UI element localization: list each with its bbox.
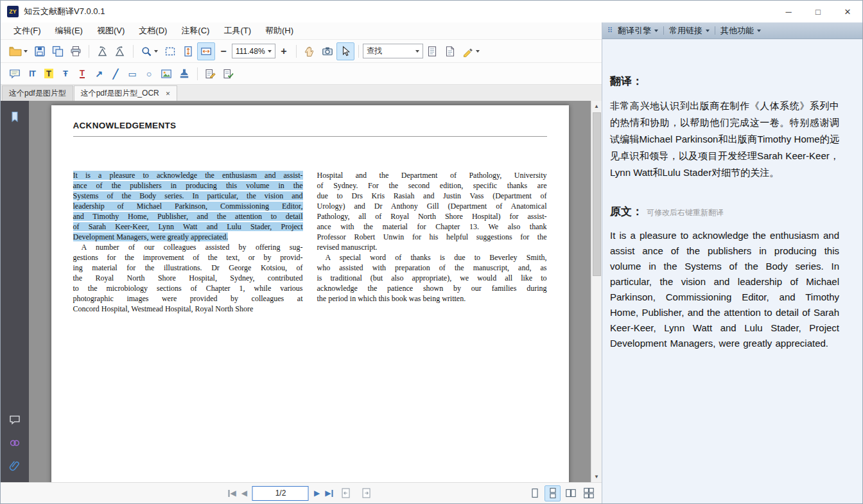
select-tool-button[interactable]	[336, 42, 354, 60]
menu-annotation[interactable]: 注释(C)	[175, 23, 216, 39]
menu-other-functions[interactable]: 其他功能	[719, 25, 762, 37]
menu-view[interactable]: 视图(V)	[91, 23, 131, 39]
stamp-button[interactable]	[175, 65, 193, 83]
rotate-left-button[interactable]	[93, 42, 111, 60]
pdf-text-line: revised manuscript.	[317, 242, 547, 252]
document-list-icon	[426, 46, 438, 57]
nav-bar-glyph	[229, 490, 230, 497]
single-page-layout-button[interactable]	[527, 485, 543, 501]
menu-document[interactable]: 文档(D)	[132, 23, 173, 39]
menu-translation-engine[interactable]: 翻译引擎	[616, 25, 659, 37]
paperclip-icon	[9, 460, 21, 472]
magnifier-icon	[141, 46, 152, 57]
image-stamp-button[interactable]	[157, 65, 175, 83]
menu-tools[interactable]: 工具(T)	[217, 23, 257, 39]
bookmarks-button[interactable]	[5, 107, 24, 126]
scroll-up-icon[interactable]: ▲	[591, 101, 602, 112]
pdf-selected-paragraph[interactable]: It is a pleasure to acknowledge the enth…	[73, 170, 303, 242]
tab-ocr-pdf[interactable]: 这个pdf是图片型_OCR ✕	[74, 85, 178, 101]
zoom-in-button[interactable]: +	[275, 42, 292, 60]
hand-tool-button[interactable]	[301, 42, 318, 60]
page-number-input[interactable]: 1/2	[252, 486, 309, 501]
two-page-layout-button[interactable]	[562, 485, 579, 501]
caret-down-icon	[268, 50, 272, 53]
tab-close-icon[interactable]: ✕	[166, 91, 171, 97]
translation-text[interactable]: 非常高兴地认识到出版商在制作《人体系统》系列中的热情和协助，以帮助他们完成这一卷…	[610, 98, 839, 181]
last-page-button[interactable]: ▶	[325, 489, 333, 498]
next-page-button[interactable]: ▶	[314, 489, 320, 498]
menu-help[interactable]: 帮助(H)	[259, 23, 300, 39]
snapshot-button[interactable]	[318, 42, 336, 60]
zoom-tool-button[interactable]	[137, 42, 161, 60]
search-combobox[interactable]	[363, 44, 423, 58]
panel-content: 翻译： 非常高兴地认识到出版商在制作《人体系统》系列中的热情和协助，以帮助他们完…	[602, 39, 862, 503]
search-results-button[interactable]	[423, 42, 441, 60]
sticky-note-button[interactable]	[6, 65, 24, 83]
sign-verify-button[interactable]	[220, 65, 238, 83]
pdf-text-line: Development Managers, were greatly appre…	[73, 232, 303, 242]
previous-view-icon	[340, 487, 351, 499]
pdf-right-column: Hospital and the Department of Pathology…	[317, 170, 547, 314]
rotate-right-button[interactable]	[111, 42, 129, 60]
scroll-down-icon[interactable]: ▼	[591, 471, 602, 482]
minimize-button[interactable]: ─	[774, 1, 803, 22]
panel-grip-icon: ⠿	[607, 26, 613, 35]
comments-button[interactable]	[5, 410, 24, 430]
page-layout-buttons	[527, 485, 597, 501]
ocr-text-button[interactable]	[441, 42, 459, 60]
zoom-out-button[interactable]: −	[215, 42, 232, 60]
underline-text-button[interactable]: T	[74, 65, 91, 83]
menu-file[interactable]: 文件(F)	[7, 23, 48, 39]
open-button[interactable]	[6, 42, 31, 60]
zoom-level-value: 111.48%	[236, 47, 265, 56]
marquee-zoom-icon	[164, 46, 176, 57]
toolbar-separator	[296, 45, 297, 58]
ellipse-button[interactable]: ○	[141, 65, 157, 83]
two-page-continuous-button[interactable]	[580, 485, 597, 501]
line-button[interactable]: ╱	[107, 65, 124, 83]
next-view-button[interactable]	[358, 485, 374, 501]
rectangle-button[interactable]: ▭	[124, 65, 141, 83]
arrow-button[interactable]: ↗	[91, 65, 107, 83]
strikeout-text-button[interactable]: Ŧ	[57, 65, 74, 83]
page-navigation: ◀ ◀ 1/2 ▶ ▶	[229, 485, 374, 501]
first-page-button[interactable]: ◀	[229, 489, 236, 498]
highlighter-menu-button[interactable]	[459, 42, 483, 60]
menu-edit[interactable]: 编辑(E)	[49, 23, 89, 39]
pdf-text-line: who assisted with preparation of the man…	[317, 263, 547, 273]
close-button[interactable]: ✕	[833, 1, 862, 22]
continuous-layout-button[interactable]	[545, 485, 561, 501]
typewriter-button[interactable]: ⅠT	[24, 65, 40, 83]
marquee-zoom-button[interactable]	[161, 42, 179, 60]
viewer-section: 文件(F) 编辑(E) 视图(V) 文档(D) 注释(C) 工具(T) 帮助(H…	[1, 22, 602, 503]
tab-original-pdf[interactable]: 这个pdf是图片型	[2, 85, 73, 101]
save-all-button[interactable]	[49, 42, 67, 60]
pdf-text-line: of Sarah Keer-Keer, Lynn Watt and Lulu S…	[73, 222, 303, 232]
pdf-paragraph: A number of our colleagues assisted by o…	[73, 242, 303, 314]
save-button[interactable]	[31, 42, 49, 60]
scrollbar-thumb[interactable]	[593, 112, 601, 276]
zoom-level-select[interactable]: 111.48%	[232, 44, 275, 58]
original-text[interactable]: It is a pleasure to acknowledge the enth…	[610, 228, 839, 351]
maximize-button[interactable]: □	[803, 1, 833, 22]
caret-down-icon	[757, 30, 761, 32]
search-input[interactable]	[367, 47, 406, 56]
signature-button[interactable]	[202, 65, 220, 83]
previous-view-button[interactable]	[338, 485, 353, 501]
save-icon	[34, 46, 46, 57]
links-button[interactable]	[5, 433, 24, 453]
fit-height-button[interactable]	[179, 42, 197, 60]
fit-width-button[interactable]	[197, 42, 215, 60]
attachments-button[interactable]	[5, 456, 24, 476]
print-button[interactable]	[67, 42, 85, 60]
continuous-pages-icon	[547, 487, 559, 499]
pdf-text-line: A number of our colleagues assisted by o…	[73, 242, 303, 252]
previous-page-button[interactable]: ◀	[241, 489, 247, 498]
pdf-viewport[interactable]: ACKNOWLEDGEMENTS It is a pleasure to ack…	[29, 101, 591, 482]
caret-down-icon	[415, 50, 419, 53]
pdf-text-line: Urology) and Dr Anthony Gill (Department…	[317, 201, 547, 211]
highlight-text-button[interactable]: T	[40, 65, 57, 83]
pdf-text-line: the period in which this book was being …	[317, 293, 547, 304]
menu-common-links[interactable]: 常用链接	[668, 25, 711, 37]
vertical-scrollbar[interactable]: ▲ ▼	[591, 101, 602, 482]
